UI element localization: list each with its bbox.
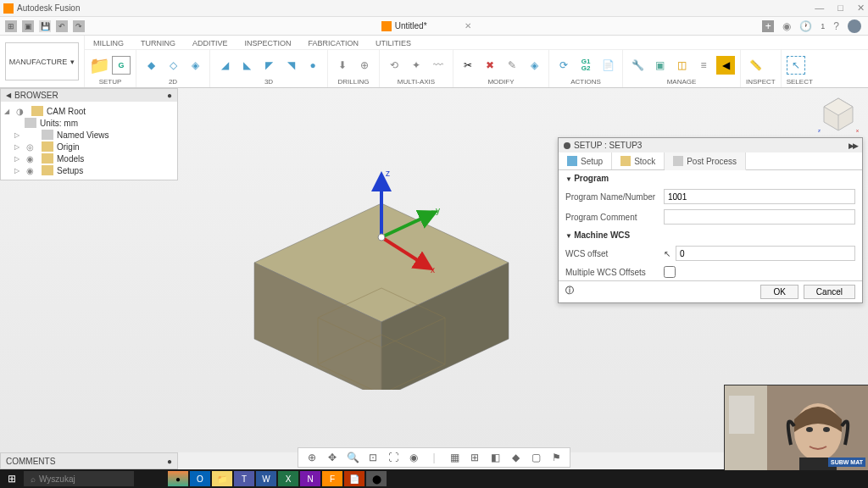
app-fusion[interactable]: F: [322, 471, 342, 486]
tree-units[interactable]: Units: mm: [3, 117, 175, 129]
fit-icon[interactable]: ⛶: [387, 451, 400, 464]
tab-stock[interactable]: Stock: [612, 152, 665, 169]
pan-icon[interactable]: ✥: [326, 451, 339, 464]
display-settings-icon[interactable]: ▦: [448, 451, 461, 464]
grid-settings-icon[interactable]: ⊞: [468, 451, 481, 464]
tab-close-icon[interactable]: ✕: [465, 21, 471, 30]
pocket-icon[interactable]: ◈: [186, 56, 204, 75]
ok-button[interactable]: OK: [760, 285, 798, 299]
extend-icon[interactable]: ▢: [529, 451, 542, 464]
redo-icon[interactable]: ↷: [73, 20, 85, 32]
extensions-icon[interactable]: ◉: [782, 20, 791, 32]
app-chrome[interactable]: ●: [168, 471, 188, 486]
app-teams[interactable]: T: [234, 471, 254, 486]
addins-icon[interactable]: ◀: [716, 56, 735, 75]
tab-additive[interactable]: ADDITIVE: [192, 39, 228, 47]
start-button[interactable]: ⊞: [0, 469, 24, 488]
maximize-button[interactable]: □: [837, 3, 843, 14]
generate-icon[interactable]: ⟳: [554, 56, 573, 75]
tab-fabrication[interactable]: FABRICATION: [309, 39, 359, 47]
lookat-icon[interactable]: ◉: [407, 451, 420, 464]
swarf-icon[interactable]: ⟲: [385, 56, 403, 75]
setup-sheet-icon[interactable]: 📄: [598, 56, 617, 75]
close-button[interactable]: ✕: [857, 3, 865, 14]
info-icon[interactable]: ⓘ: [565, 285, 574, 299]
toolpath-trim-icon[interactable]: ✂: [459, 56, 477, 75]
postprocess-icon[interactable]: G1G2: [576, 56, 595, 75]
holerecognition-icon[interactable]: ⊕: [355, 56, 374, 75]
app-word[interactable]: W: [256, 471, 276, 486]
drill-icon[interactable]: ⬇: [333, 56, 352, 75]
browser-pin-icon[interactable]: ●: [167, 91, 172, 100]
workspace-switcher[interactable]: MANUFACTURE ▾: [0, 36, 85, 87]
section-machine-wcs[interactable]: Machine WCS: [559, 227, 862, 243]
panel-collapse-icon[interactable]: ▶▶: [849, 141, 857, 150]
app-outlook[interactable]: O: [190, 471, 210, 486]
ncprogram-icon[interactable]: G: [112, 56, 131, 75]
viewcube[interactable]: z x: [817, 92, 860, 134]
select-icon[interactable]: ↖: [787, 56, 805, 75]
machine-library-icon[interactable]: ▣: [650, 56, 669, 75]
user-avatar[interactable]: [848, 19, 861, 33]
multi-wcs-checkbox[interactable]: [664, 266, 676, 278]
tab-utilities[interactable]: UTILITIES: [376, 39, 411, 47]
model-3d[interactable]: z y x: [237, 152, 526, 390]
save-icon[interactable]: 💾: [39, 20, 51, 32]
task-manager-icon[interactable]: ≡: [694, 56, 713, 75]
tree-setups[interactable]: ▷◉Setups: [3, 164, 175, 176]
taskbar-search[interactable]: ⌕ Wyszukaj: [24, 471, 134, 486]
compare-icon[interactable]: ◈: [525, 56, 543, 75]
tab-milling[interactable]: MILLING: [93, 39, 124, 47]
program-name-input[interactable]: [664, 189, 855, 204]
app-onenote[interactable]: N: [300, 471, 320, 486]
app-explorer[interactable]: 📁: [212, 471, 232, 486]
orbit-icon[interactable]: ⊕: [305, 451, 319, 464]
new-tab-icon[interactable]: +: [762, 20, 774, 32]
zoom-icon[interactable]: 🔍: [346, 451, 359, 464]
horizontal-icon[interactable]: ●: [303, 56, 322, 75]
app-other[interactable]: ⬤: [366, 471, 387, 486]
tree-named-views[interactable]: ▷Named Views: [3, 129, 175, 141]
browser-header[interactable]: ◀ BROWSER ●: [1, 89, 177, 102]
section-program[interactable]: Program: [559, 170, 862, 186]
tab-post-process[interactable]: Post Process: [665, 152, 746, 170]
cancel-button[interactable]: Cancel: [804, 285, 855, 299]
app-pdf[interactable]: 📄: [344, 471, 364, 486]
delete-passes-icon[interactable]: ✖: [481, 56, 499, 75]
contour3d-icon[interactable]: ◤: [259, 56, 278, 75]
program-comment-input[interactable]: [664, 209, 855, 225]
viewports-icon[interactable]: ◧: [488, 451, 502, 464]
tab-turning[interactable]: TURNING: [141, 39, 175, 47]
multiaxis-icon[interactable]: ✦: [407, 56, 426, 75]
comments-bar[interactable]: COMMENTS ●: [0, 452, 178, 469]
tree-origin[interactable]: ▷◎Origin: [3, 141, 175, 152]
zoom-window-icon[interactable]: ⊡: [366, 451, 380, 464]
visual-style-icon[interactable]: ◆: [509, 451, 522, 464]
template-icon[interactable]: ◫: [672, 56, 691, 75]
measure-icon[interactable]: 📏: [746, 56, 765, 75]
document-tab[interactable]: Untitled* ✕: [381, 21, 471, 31]
notif-icon[interactable]: 🕐: [799, 20, 812, 32]
tool-library-icon[interactable]: 🔧: [628, 56, 647, 75]
ramp-icon[interactable]: ◥: [281, 56, 300, 75]
setup-icon[interactable]: 📁: [90, 56, 108, 75]
comments-pin-icon[interactable]: ●: [167, 457, 172, 466]
tab-setup[interactable]: Setup: [559, 152, 612, 169]
file-icon[interactable]: ▣: [22, 20, 34, 32]
selection-icon[interactable]: ⚑: [549, 451, 563, 464]
edit-icon[interactable]: ✎: [503, 56, 521, 75]
tab-inspection[interactable]: INSPECTION: [245, 39, 292, 47]
adaptive-icon[interactable]: ◢: [215, 56, 234, 75]
flow-icon[interactable]: 〰: [429, 56, 448, 75]
grid-icon[interactable]: ⊞: [5, 20, 17, 32]
tree-models[interactable]: ▷◉Models: [3, 152, 175, 164]
undo-icon[interactable]: ↶: [56, 20, 68, 32]
tree-root[interactable]: ◢◑CAM Root: [3, 105, 175, 117]
app-excel[interactable]: X: [278, 471, 298, 486]
panel-pin-icon[interactable]: [564, 142, 570, 149]
parallel-icon[interactable]: ◣: [237, 56, 256, 75]
wcs-offset-input[interactable]: [676, 246, 855, 261]
contour2d-icon[interactable]: ◇: [164, 56, 182, 75]
panel-header[interactable]: SETUP : SETUP3 ▶▶: [559, 138, 862, 152]
minimize-button[interactable]: —: [815, 3, 824, 14]
